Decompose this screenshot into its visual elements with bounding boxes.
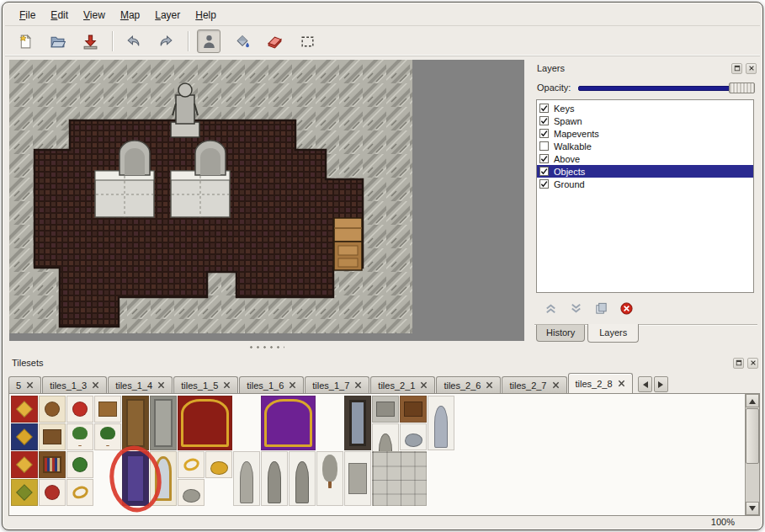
tile-gold-mirror[interactable]	[150, 451, 177, 506]
tile-loom[interactable]	[39, 423, 66, 450]
layer-checkbox[interactable]	[539, 116, 549, 125]
menu-item-help[interactable]: Help	[188, 7, 224, 24]
eraser-tool-button[interactable]	[263, 29, 286, 53]
layers-float-button[interactable]	[731, 63, 742, 74]
move-layer-up-button[interactable]	[541, 299, 560, 317]
scrollbar-thumb[interactable]	[746, 408, 759, 464]
tileset-tab-tiles_2_7[interactable]: tiles_2_7	[502, 376, 566, 393]
layer-checkbox[interactable]	[539, 154, 549, 163]
tile-wooden-cabinet[interactable]	[400, 396, 427, 423]
menu-item-file[interactable]: File	[12, 7, 43, 24]
undo-button[interactable]	[121, 29, 145, 53]
tile-blue-banner[interactable]	[11, 423, 38, 450]
fill-tool-button[interactable]	[230, 29, 253, 53]
tile-knight-armor[interactable]	[428, 396, 454, 450]
tileset-tab-5[interactable]: 5	[8, 376, 41, 393]
tileset-tab-tiles_2_8[interactable]: tiles_2_8	[568, 373, 633, 393]
horizontal-splitter[interactable]	[9, 343, 524, 351]
tile-spinning-wheel[interactable]	[39, 396, 66, 423]
layer-row-above[interactable]: Above	[537, 152, 753, 165]
tile-framed-painting[interactable]	[344, 396, 371, 450]
tab-close-icon[interactable]	[618, 380, 625, 387]
tab-close-icon[interactable]	[420, 381, 428, 389]
tab-close-icon[interactable]	[157, 381, 165, 389]
layer-checkbox[interactable]	[539, 179, 549, 189]
tab-scroll-left-button[interactable]	[638, 376, 652, 392]
tile-wooden-door[interactable]	[122, 396, 149, 450]
tile-stone-shelf[interactable]	[372, 396, 399, 423]
layer-row-objects[interactable]: Objects	[537, 165, 753, 178]
menu-item-view[interactable]: View	[76, 7, 113, 24]
menu-item-layer[interactable]: Layer	[147, 7, 188, 24]
tab-close-icon[interactable]	[26, 381, 34, 389]
opacity-slider[interactable]	[578, 82, 755, 94]
layer-row-ground[interactable]: Ground	[537, 178, 753, 190]
tab-close-icon[interactable]	[486, 381, 493, 389]
tile-stone-floor-tiles[interactable]	[372, 451, 427, 506]
tileset-tab-tiles_1_4[interactable]: tiles_1_4	[108, 376, 173, 393]
tile-stone-planter[interactable]	[316, 451, 343, 506]
tile-gold-pile[interactable]	[205, 451, 232, 478]
tile-wooden-stand[interactable]	[94, 396, 121, 423]
tile-gargoyle-statue-2[interactable]	[289, 451, 316, 506]
tile-red-bowl[interactable]	[39, 479, 66, 506]
panel-tab-history[interactable]: History	[536, 325, 585, 342]
tileset-tab-tiles_2_6[interactable]: tiles_2_6	[436, 376, 501, 393]
tile-potted-plant[interactable]	[66, 423, 93, 450]
tile-red-banner-cross[interactable]	[11, 451, 38, 478]
scroll-up-button[interactable]	[746, 394, 759, 407]
delete-layer-button[interactable]	[617, 299, 635, 317]
map-canvas[interactable]	[9, 60, 412, 333]
tile-armor-pile[interactable]	[400, 423, 427, 450]
panel-tab-layers[interactable]: Layers	[587, 324, 639, 343]
tileset-tab-tiles_1_7[interactable]: tiles_1_7	[305, 376, 369, 393]
tileset-tab-tiles_2_1[interactable]: tiles_2_1	[370, 376, 435, 393]
layer-checkbox[interactable]	[539, 167, 549, 176]
layer-checkbox[interactable]	[539, 104, 549, 113]
move-layer-down-button[interactable]	[566, 299, 585, 317]
tab-close-icon[interactable]	[223, 381, 231, 389]
tab-scroll-right-button[interactable]	[654, 376, 668, 392]
select-tool-button[interactable]	[295, 29, 319, 53]
menu-item-edit[interactable]: Edit	[43, 7, 76, 24]
tileset-tab-tiles_1_3[interactable]: tiles_1_3	[42, 376, 107, 393]
tile-tall-plant[interactable]	[94, 423, 121, 450]
tile-green-bush[interactable]	[66, 451, 93, 478]
tab-close-icon[interactable]	[354, 381, 362, 389]
tile-brass-horn[interactable]	[66, 479, 93, 506]
tile-stone-door[interactable]	[150, 396, 177, 450]
tab-close-icon[interactable]	[92, 381, 99, 389]
layer-row-mapevents[interactable]: Mapevents	[537, 127, 753, 140]
tile-praying-statue[interactable]	[233, 451, 260, 506]
tileset-tab-tiles_1_5[interactable]: tiles_1_5	[173, 376, 238, 393]
open-folder-button[interactable]	[45, 29, 69, 53]
menu-item-map[interactable]: Map	[113, 7, 147, 24]
tab-close-icon[interactable]	[552, 381, 560, 389]
layer-checkbox[interactable]	[539, 129, 549, 138]
layer-checkbox[interactable]	[539, 141, 549, 151]
tilesets-close-button[interactable]	[747, 358, 758, 369]
layer-row-walkable[interactable]: Walkable	[537, 140, 753, 152]
tile-red-throne[interactable]	[178, 396, 232, 450]
tilesets-float-button[interactable]	[733, 358, 744, 369]
duplicate-layer-button[interactable]	[592, 299, 610, 317]
tab-close-icon[interactable]	[289, 381, 296, 389]
layer-row-keys[interactable]: Keys	[537, 102, 753, 114]
stamp-tool-button[interactable]	[197, 29, 220, 53]
layer-row-spawn[interactable]: Spawn	[537, 114, 753, 127]
tileset-grid[interactable]	[9, 394, 745, 515]
new-file-button[interactable]	[13, 29, 36, 53]
layers-close-button[interactable]	[746, 63, 757, 74]
tileset-tab-tiles_1_6[interactable]: tiles_1_6	[239, 376, 304, 393]
tileset-scrollbar[interactable]	[745, 394, 759, 515]
tile-gray-rock[interactable]	[178, 479, 205, 506]
tile-red-banner[interactable]	[11, 396, 38, 423]
save-button[interactable]	[78, 29, 102, 53]
tile-red-pot[interactable]	[66, 396, 93, 423]
tile-gold-chain[interactable]	[178, 451, 205, 478]
tile-gargoyle-statue-1[interactable]	[261, 451, 288, 506]
redo-button[interactable]	[154, 29, 178, 53]
tile-purple-door[interactable]	[122, 451, 149, 506]
tile-gold-banner[interactable]	[11, 479, 38, 506]
tile-bookshelf[interactable]	[39, 451, 66, 478]
